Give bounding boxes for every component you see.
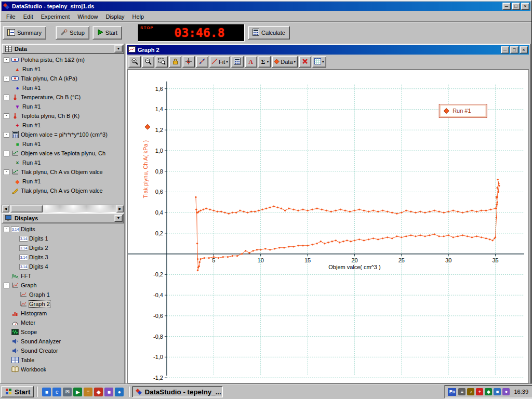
statistics-button[interactable]: Σ▾ [258,56,271,68]
scheduler-icon[interactable]: ● [502,388,510,395]
display-item-sound-analyzer[interactable]: Sound Analyzer [2,337,124,346]
grid-settings-button[interactable]: ▾ [312,56,326,68]
start-button[interactable]: Start [92,26,122,39]
expander-icon[interactable]: - [4,132,9,138]
graph-restore-button[interactable]: □ [510,46,518,54]
scroll-right-button[interactable]: ▶ [116,205,124,212]
menu-display[interactable]: Display [102,12,128,21]
run-item[interactable]: ■Run #1 [2,139,124,149]
expander-icon[interactable]: - [4,95,9,100]
calculator-tool-button[interactable] [231,56,244,68]
browser-icon[interactable]: e [52,388,61,396]
graph-minimize-button[interactable]: ─ [501,46,509,54]
data-source-item[interactable]: Tlak plynu, Ch A vs Objem valce [2,186,124,195]
summary-button[interactable]: Summary [3,26,46,39]
display-item-scope[interactable]: Scope [2,327,124,337]
display-item-table[interactable]: Table [2,355,124,365]
display-item-digits-1[interactable]: 3.14Digits 1 [2,234,124,243]
data-tree-hscrollbar[interactable]: ◀ ▶ [2,205,124,213]
expander-icon[interactable]: - [4,283,9,288]
svg-text:25: 25 [398,257,405,263]
run-item[interactable]: +Run #1 [2,121,124,130]
data-source-item[interactable]: -Objem valce vs Teplota plynu, Ch [2,149,124,158]
media-icon[interactable]: ▶ [73,388,82,396]
display-item-fft[interactable]: FFT [2,271,124,281]
display-item-graph-1[interactable]: Graph 1 [2,290,124,299]
display-item-workbook[interactable]: Workbook [2,365,124,374]
calculate-label: Calculate [261,30,285,36]
start-menu-button[interactable]: Start [1,386,34,397]
text-annotation-button[interactable]: A [245,56,257,68]
scroll-left-button[interactable]: ◀ [2,205,9,212]
setup-button[interactable]: Setup [56,26,89,39]
run-item[interactable]: ▼Run #1 [2,102,124,111]
volume-icon[interactable]: ♪ [467,388,474,395]
menu-file[interactable]: File [3,12,19,21]
title-bar[interactable]: DataStudio - tepelny_stroj1.ds ─ □ × [2,2,530,11]
legend[interactable]: Run #1 [439,104,487,118]
menu-help[interactable]: Help [129,12,148,21]
display-item-graph[interactable]: -Graph [2,281,124,290]
scrollbar-track[interactable] [9,205,116,212]
display-item-digits-3[interactable]: 3.14Digits 3 [2,252,124,262]
fit-menu-button[interactable]: Fit▾ [209,56,230,68]
menu-experiment[interactable]: Experiment [37,12,74,21]
data-source-item[interactable]: -Poloha pistu, Ch 1&2 (m) [2,55,124,64]
zoom-select-button[interactable] [155,56,168,68]
displays-panel-dropdown-button[interactable]: ▼ [114,215,123,222]
language-indicator[interactable]: En [448,388,456,396]
display-item-histogram[interactable]: Histogram [2,309,124,318]
plot-area[interactable]: -1,2-1,0-0,8-0,6-0,4-0,20,20,40,60,81,01… [127,70,529,383]
delete-button[interactable] [299,56,311,68]
graph-window-titlebar[interactable]: Graph 2 ─ □ × [127,45,529,55]
globe-icon[interactable]: ● [115,388,124,396]
graph-close-button[interactable]: × [520,46,528,54]
mail-icon[interactable]: ✉ [63,388,72,396]
data-source-item[interactable]: -Objem valce = pi*r*r*y*100 (cm^3) [2,130,124,139]
display-item-graph-2[interactable]: Graph 2 [2,299,124,309]
minimize-button[interactable]: ─ [502,3,511,10]
display-icon[interactable]: ■ [494,388,501,395]
slope-tool-button[interactable] [196,56,208,68]
menu-window[interactable]: Window [74,12,101,21]
tools-icon[interactable]: ◆ [94,388,103,396]
run-item[interactable]: ▲Run #1 [2,64,124,74]
expander-icon[interactable]: - [4,113,9,119]
data-menu-button[interactable]: Data▾ [272,56,298,68]
run-item[interactable]: ◆Run #1 [2,177,124,186]
package-icon[interactable]: ■ [104,388,113,396]
datastudio-task-button[interactable]: DataStudio - tepelny_... [132,386,223,397]
run-item[interactable]: ●Run #1 [2,83,124,92]
maximize-button[interactable]: □ [512,3,520,10]
data-source-item[interactable]: -Tlak plynu, Ch A vs Objem valce [2,167,124,177]
display-item-digits-2[interactable]: 3.14Digits 2 [2,243,124,252]
expander-icon[interactable]: - [4,151,9,156]
display-item-sound-creator[interactable]: Sound Creator [2,346,124,355]
data-source-item[interactable]: -Tlak plynu, Ch A (kPa) [2,74,124,83]
expander-icon[interactable]: - [4,169,9,175]
graphics-icon[interactable]: ◆ [485,388,492,395]
data-panel-dropdown-button[interactable]: ▼ [114,45,123,52]
display-item-digits-4[interactable]: 3.14Digits 4 [2,262,124,271]
document-icon[interactable]: ≡ [84,388,92,396]
keyboard-icon[interactable]: ≡ [458,388,466,395]
antivirus-icon[interactable]: + [476,388,483,395]
run-label: Run #1 [22,103,41,110]
scrollbar-thumb[interactable] [10,205,43,212]
zoom-out-button[interactable] [142,56,154,68]
expander-icon[interactable]: - [4,57,9,63]
smart-tool-button[interactable] [182,56,195,68]
data-source-item[interactable]: -Teplota plynu, Ch B (K) [2,111,124,121]
close-button[interactable]: × [521,3,529,10]
display-item-digits[interactable]: -3.14Digits [2,224,124,234]
calculate-button[interactable]: Calculate [248,26,290,39]
zoom-in-button[interactable] [128,56,141,68]
scale-to-fit-button[interactable] [169,56,181,68]
desktop-icon[interactable]: ■ [42,388,51,396]
display-item-meter[interactable]: Meter [2,318,124,327]
expander-icon[interactable]: - [4,76,9,82]
expander-icon[interactable]: - [4,227,9,232]
menu-edit[interactable]: Edit [20,12,37,21]
run-item[interactable]: ×Run #1 [2,158,124,167]
data-source-item[interactable]: -Temperature, Ch B (°C) [2,92,124,102]
